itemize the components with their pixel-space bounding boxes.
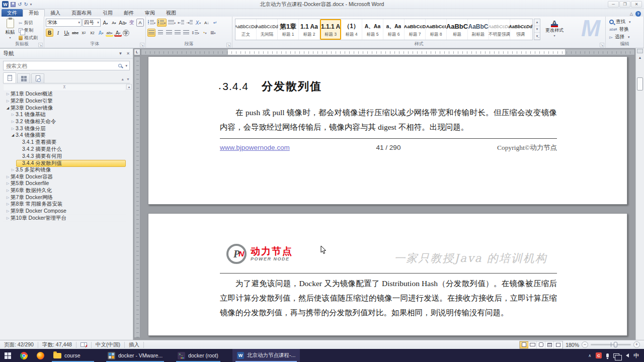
document-search-box[interactable]: ▾ bbox=[3, 61, 130, 70]
increase-indent-button[interactable]: ⇥ bbox=[186, 19, 193, 27]
nav-pane-menu-icon[interactable]: ▼ bbox=[118, 51, 122, 56]
style-heading8[interactable]: AaBbCcI标题 8 bbox=[426, 19, 447, 40]
nav-item-3-5[interactable]: ▷3.5 多架构镜像 bbox=[10, 167, 126, 174]
align-left-button[interactable] bbox=[147, 29, 155, 37]
find-button[interactable]: 查找 bbox=[607, 19, 642, 25]
clipboard-dialog-launcher-icon[interactable]: ↘ bbox=[38, 43, 43, 47]
tab-references[interactable]: 引用 bbox=[97, 9, 118, 17]
paste-button[interactable]: 粘贴 ▾ bbox=[2, 18, 19, 41]
sort-button[interactable]: A↓ bbox=[203, 19, 210, 27]
help-icon[interactable]: ? bbox=[635, 11, 641, 17]
expand-icon[interactable]: ▷ bbox=[10, 113, 16, 117]
redo-icon[interactable]: ↻ bbox=[24, 2, 28, 8]
zoom-slider[interactable] bbox=[591, 344, 631, 345]
nav-item-ch6[interactable]: ▷第6章 数据持久化 bbox=[3, 188, 126, 195]
browse-results-tab[interactable] bbox=[31, 73, 44, 83]
zoom-in-icon[interactable]: + bbox=[633, 341, 640, 348]
styles-scroll-down-icon[interactable]: ▼ bbox=[534, 26, 540, 33]
expand-icon[interactable]: ▷ bbox=[5, 196, 11, 200]
shading-button[interactable]: ◔▾ bbox=[201, 29, 208, 37]
style-heading5[interactable]: A、Aa标题 5 bbox=[362, 19, 383, 40]
explorer-course-button[interactable]: course bbox=[49, 349, 97, 362]
nav-item-ch1[interactable]: ▷第1章 Docker概述 bbox=[3, 91, 126, 98]
expand-icon[interactable]: ▷ bbox=[5, 175, 11, 179]
expand-icon[interactable]: ▷ bbox=[10, 120, 16, 124]
vertical-ruler[interactable] bbox=[134, 56, 140, 338]
nav-item-3-4-1[interactable]: 3.4.1 查看摘要 bbox=[16, 139, 126, 146]
style-emphasis[interactable]: AaBbCcDd强调 bbox=[510, 19, 531, 40]
bullets-button[interactable]: ▾ bbox=[147, 19, 156, 27]
style-no-spacing[interactable]: AaBbCcDd无间隔 bbox=[257, 19, 278, 40]
font-dialog-launcher-icon[interactable]: ↘ bbox=[140, 43, 144, 47]
style-heading6[interactable]: a、Aa标题 6 bbox=[383, 19, 405, 40]
style-title[interactable]: AaBbC标题 bbox=[447, 19, 468, 40]
expand-icon[interactable]: ▷ bbox=[5, 92, 11, 96]
tab-insert[interactable]: 插入 bbox=[45, 9, 66, 17]
nav-item-ch5[interactable]: ▷第5章 Dockerfile bbox=[3, 180, 126, 188]
chrome-taskbar-button[interactable] bbox=[16, 349, 32, 362]
bold-button[interactable]: B bbox=[46, 29, 53, 37]
numbering-button[interactable]: ▾ bbox=[157, 19, 167, 27]
undo-icon[interactable]: ↺ bbox=[18, 2, 22, 8]
nav-item-3-4-3[interactable]: 3.4.3 摘要有何用 bbox=[16, 153, 126, 160]
tab-home[interactable]: 开始 bbox=[23, 9, 45, 17]
paragraph-dialog-launcher-icon[interactable]: ↘ bbox=[226, 43, 231, 47]
split-handle-icon[interactable] bbox=[637, 49, 643, 53]
document-page-2[interactable]: P N 动力节点 POWER NODE 一家只教授Java 的培训机构 为了避免… bbox=[148, 213, 627, 336]
start-button[interactable] bbox=[0, 349, 16, 362]
collapse-icon[interactable]: ◢ bbox=[5, 106, 11, 110]
zoom-slider-thumb[interactable] bbox=[614, 342, 617, 347]
phonetic-guide-button[interactable]: 变 bbox=[128, 19, 135, 27]
ime-indicator[interactable]: 中 bbox=[633, 352, 639, 359]
cut-button[interactable]: ✂剪切 bbox=[19, 20, 38, 26]
font-color-button[interactable]: A▾ bbox=[114, 29, 122, 37]
nav-item-3-3[interactable]: ▷3.3 镜像分层 bbox=[10, 125, 126, 132]
scroll-up-icon[interactable]: ▲ bbox=[636, 54, 643, 61]
fullscreen-reading-view-button[interactable] bbox=[528, 341, 537, 348]
restore-button[interactable]: ❐ bbox=[619, 1, 630, 8]
firefox-taskbar-button[interactable] bbox=[32, 349, 49, 362]
speaker-icon[interactable] bbox=[624, 353, 629, 357]
terminal-taskbar-button[interactable]: docker (root) bbox=[173, 349, 223, 362]
font-size-combo[interactable]: 四号▾ bbox=[83, 19, 101, 27]
decrease-indent-button[interactable]: ⇤ bbox=[177, 19, 185, 27]
expand-icon[interactable]: ▷ bbox=[5, 202, 11, 206]
save-icon[interactable] bbox=[11, 2, 16, 7]
nav-scroll-up-icon[interactable]: ▲ bbox=[126, 84, 132, 89]
style-heading7[interactable]: AaBbCcD标题 7 bbox=[405, 19, 426, 40]
document-page-1[interactable]: ▪ 3.4.4 分发散列值 在 push 或 pull 镜像时，都会对镜像进行压… bbox=[148, 56, 627, 205]
collapse-icon[interactable]: ◢ bbox=[10, 133, 16, 137]
browse-pages-tab[interactable] bbox=[17, 73, 30, 83]
expand-icon[interactable]: ▷ bbox=[5, 209, 11, 213]
expand-icon[interactable]: ▷ bbox=[5, 182, 11, 186]
nav-item-ch2[interactable]: ▷第2章 Docker引擎 bbox=[3, 98, 126, 105]
style-heading4[interactable]: （1）标题 4 bbox=[341, 19, 362, 40]
next-heading-icon[interactable]: ▼ bbox=[126, 77, 130, 81]
nav-item-ch9[interactable]: ▷第9章 Docker Compose bbox=[3, 208, 126, 215]
microphone-icon[interactable] bbox=[606, 353, 609, 357]
tab-mailings[interactable]: 邮件 bbox=[118, 9, 139, 17]
style-heading1[interactable]: 第1章标题 1 bbox=[278, 19, 299, 40]
nav-pane-scrollbar[interactable]: ▲ bbox=[126, 84, 132, 339]
italic-button[interactable]: I bbox=[54, 29, 62, 37]
insert-mode-indicator[interactable]: 插入 bbox=[125, 342, 144, 348]
tab-page-layout[interactable]: 页面布局 bbox=[66, 9, 97, 17]
nav-item-ch7[interactable]: ▷第7章 Docker网络 bbox=[3, 194, 126, 201]
web-layout-view-button[interactable] bbox=[537, 341, 545, 348]
network-icon[interactable] bbox=[613, 353, 619, 358]
grow-font-button[interactable]: A▴ bbox=[102, 19, 109, 27]
tab-review[interactable]: 审阅 bbox=[139, 9, 160, 17]
change-case-button[interactable]: Aa▾ bbox=[119, 19, 127, 27]
scrollbar-thumb[interactable] bbox=[637, 77, 643, 90]
browse-headings-tab[interactable] bbox=[3, 72, 16, 83]
expand-icon[interactable]: ▷ bbox=[10, 168, 16, 172]
expand-icon[interactable]: ▷ bbox=[5, 99, 11, 103]
styles-scroll-up-icon[interactable]: ▲ bbox=[534, 19, 540, 26]
footer-url-link[interactable]: www.bjpowernode.com bbox=[220, 144, 332, 151]
asian-layout-button[interactable]: X▾ bbox=[194, 19, 202, 27]
zoom-out-icon[interactable]: − bbox=[582, 341, 588, 348]
proofing-status[interactable] bbox=[76, 342, 92, 348]
vertical-scrollbar[interactable]: ▲ bbox=[635, 48, 644, 340]
search-icon[interactable] bbox=[118, 64, 122, 67]
replace-button[interactable]: ab⇄替换 bbox=[607, 26, 642, 33]
